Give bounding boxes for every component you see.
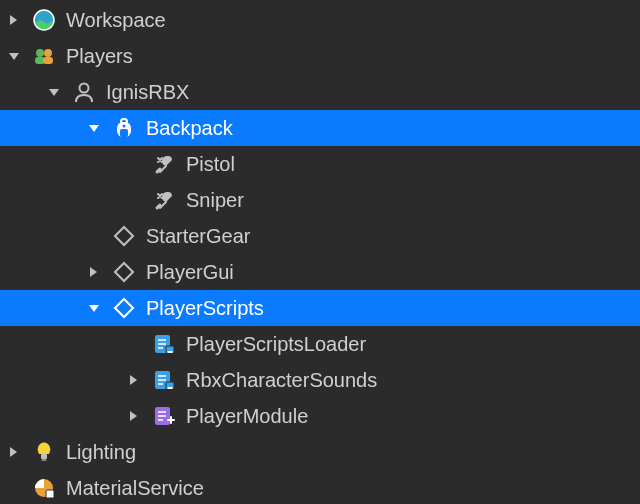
tree-row-playerscripts[interactable]: PlayerScripts [0,290,640,326]
tool-icon [148,152,180,176]
backpack-icon [108,116,140,140]
tree-row-label: RbxCharacterSounds [180,362,377,398]
tree-row-playergui[interactable]: PlayerGui [0,254,640,290]
diamond-icon [108,260,140,284]
workspace-icon [28,8,60,32]
tree-row-label: MaterialService [60,470,204,504]
tree-row-lighting[interactable]: Lighting [0,434,640,470]
tree-row-materialservice[interactable]: MaterialService [0,470,640,504]
tree-row-playermodule[interactable]: PlayerModule [0,398,640,434]
lighting-icon [28,440,60,464]
tree-row-rbxcharsounds[interactable]: RbxCharacterSounds [0,362,640,398]
tree-row-pistol[interactable]: Pistol [0,146,640,182]
players-icon [28,44,60,68]
tree-row-label: PlayerScripts [140,290,264,326]
diamond-icon [108,224,140,248]
tree-row-sniper[interactable]: Sniper [0,182,640,218]
tree-row-workspace[interactable]: Workspace [0,2,640,38]
expand-arrow-icon[interactable] [8,446,20,458]
tool-icon [148,188,180,212]
expand-arrow-icon[interactable] [128,410,140,422]
tree-row-label: PlayerScriptsLoader [180,326,366,362]
tree-row-label: PlayerModule [180,398,308,434]
expand-arrow-icon[interactable] [48,86,60,98]
tree-row-label: Sniper [180,182,244,218]
expand-arrow-icon[interactable] [88,302,100,314]
tree-row-label: StarterGear [140,218,250,254]
expand-arrow-icon[interactable] [8,50,20,62]
localscript-icon [148,332,180,356]
tree-row-label: Backpack [140,110,233,146]
explorer-tree: WorkspacePlayersIgnisRBXBackpackPistolSn… [0,0,640,504]
tree-row-players[interactable]: Players [0,38,640,74]
localscript-icon [148,368,180,392]
material-icon [28,476,60,500]
expand-arrow-icon[interactable] [128,374,140,386]
expand-arrow-icon[interactable] [88,122,100,134]
tree-row-ignisrbx[interactable]: IgnisRBX [0,74,640,110]
tree-row-label: Lighting [60,434,136,470]
tree-row-psloader[interactable]: PlayerScriptsLoader [0,326,640,362]
tree-row-startergear[interactable]: StarterGear [0,218,640,254]
tree-row-backpack[interactable]: Backpack [0,110,640,146]
tree-row-label: Pistol [180,146,235,182]
tree-row-label: PlayerGui [140,254,234,290]
tree-row-label: IgnisRBX [100,74,189,110]
player-icon [68,80,100,104]
diamond-icon [108,296,140,320]
tree-row-label: Workspace [60,2,166,38]
expand-arrow-icon[interactable] [8,14,20,26]
modulescript-icon [148,404,180,428]
tree-row-label: Players [60,38,133,74]
expand-arrow-icon[interactable] [88,266,100,278]
